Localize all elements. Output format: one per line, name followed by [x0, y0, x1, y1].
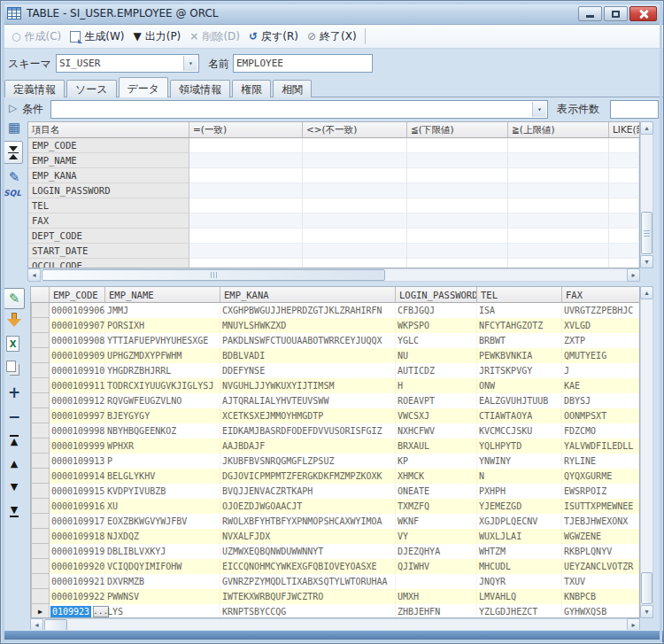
- cell-login-password[interactable]: ZHBJEHFN: [396, 604, 477, 618]
- filter-value-cell[interactable]: [189, 138, 303, 153]
- cell-emp-code[interactable]: 0000109909: [50, 348, 105, 363]
- cell-tel[interactable]: JRITSKPVGY: [477, 363, 562, 378]
- cell-emp-kana[interactable]: OJOEZDJWGOAACJT: [220, 499, 396, 514]
- cell-tel[interactable]: XGJDPLQECNV: [477, 514, 562, 529]
- cell-emp-code[interactable]: 0000109917: [50, 514, 105, 529]
- filter-value-cell[interactable]: [609, 213, 639, 229]
- cell-login-password[interactable]: WKPSPO: [396, 318, 477, 333]
- cell-emp-name[interactable]: XU: [105, 499, 220, 514]
- cell-emp-kana[interactable]: EICCQNOHMCYWKEXGFQBIOVEYOASXE: [220, 559, 396, 574]
- cell-fax[interactable]: KNBPCB: [562, 589, 639, 604]
- cell-emp-name[interactable]: JMMJ: [105, 303, 220, 318]
- minimize-button[interactable]: [578, 6, 602, 21]
- filter-value-cell[interactable]: [407, 183, 508, 198]
- cell-emp-code[interactable]: 0000109907: [50, 318, 105, 333]
- cell-emp-name[interactable]: P: [105, 454, 220, 469]
- cell-fax[interactable]: TXUV: [562, 574, 639, 589]
- row-select-button[interactable]: [31, 469, 50, 484]
- schema-select[interactable]: SI_USER ▾: [56, 54, 199, 73]
- row-select-button[interactable]: [31, 529, 50, 544]
- cell-login-password[interactable]: VWCSXJ: [396, 408, 477, 423]
- last-record-button[interactable]: ▼: [5, 506, 23, 517]
- cell-tel[interactable]: MHCUDL: [477, 559, 562, 574]
- filter-value-cell[interactable]: [508, 229, 609, 244]
- cell-emp-name[interactable]: BJEYGYGY: [105, 408, 220, 423]
- cell-emp-code[interactable]: 0000109918: [50, 529, 105, 544]
- filter-value-cell[interactable]: [508, 168, 609, 183]
- column-header-login-password[interactable]: LOGIN_PASSWORD: [396, 287, 477, 303]
- cell-emp-code[interactable]: 0000109998: [50, 423, 105, 438]
- cell-emp-code[interactable]: 0000109908: [50, 333, 105, 348]
- filter-value-cell[interactable]: [508, 183, 609, 198]
- edit-mode-button[interactable]: ✎: [4, 288, 25, 309]
- cell-tel[interactable]: NFCYTAHGZOTZ: [477, 318, 562, 333]
- cell-fax[interactable]: RYLINE: [562, 454, 639, 469]
- cell-emp-kana[interactable]: CXGHPBWGUJJHEPRDZGTJKLZRAHIRFN: [220, 303, 396, 318]
- filter-value-cell[interactable]: [609, 198, 639, 213]
- cell-login-password[interactable]: DJEZQHYA: [396, 544, 477, 559]
- current-row-marker[interactable]: ▶: [31, 604, 50, 618]
- grid-view-icon[interactable]: ▦: [5, 120, 23, 136]
- cell-login-password[interactable]: QJIWHV: [396, 559, 477, 574]
- cell-login-password[interactable]: H: [396, 378, 477, 393]
- row-select-button[interactable]: [31, 393, 50, 408]
- cell-login-password[interactable]: ROEAVPT: [396, 393, 477, 408]
- filter-value-cell[interactable]: [407, 168, 508, 183]
- run-query-icon[interactable]: ▷: [9, 102, 17, 114]
- column-header-emp-name[interactable]: EMP_NAME: [105, 287, 220, 303]
- cell-tel[interactable]: BRBWT: [477, 333, 562, 348]
- row-select-button[interactable]: [31, 589, 50, 604]
- collapse-rows-button[interactable]: [4, 141, 23, 164]
- cell-login-password[interactable]: NXHCFWV: [396, 423, 477, 438]
- exit-button[interactable]: ⊘ 終了(X): [303, 27, 361, 46]
- column-header-emp-code[interactable]: EMP_CODE: [50, 287, 105, 303]
- cell-login-password[interactable]: XHMCK: [396, 469, 477, 484]
- filter-value-cell[interactable]: [303, 168, 407, 183]
- cell-emp-name[interactable]: NBYHBQGEENKOZ: [105, 423, 220, 438]
- filter-value-cell[interactable]: [303, 229, 407, 244]
- row-select-button[interactable]: [31, 544, 50, 559]
- cell-tel[interactable]: ISA: [477, 303, 562, 318]
- filter-value-cell[interactable]: [189, 213, 303, 229]
- cell-tel[interactable]: JNQYR: [477, 574, 562, 589]
- cell-tel[interactable]: PEWKBVNKIA: [477, 348, 562, 363]
- filter-value-cell[interactable]: [609, 153, 639, 168]
- chevron-down-icon[interactable]: ▾: [532, 102, 546, 117]
- filter-scroll-left-icon[interactable]: ◂: [27, 268, 41, 282]
- cell-emp-kana[interactable]: IWTEKXWRBQUFJWCZTRO: [220, 589, 396, 604]
- cell-emp-kana[interactable]: NVXALFJDX: [220, 529, 396, 544]
- filter-value-cell[interactable]: [189, 259, 303, 268]
- sql-icon[interactable]: SQL: [4, 189, 21, 198]
- tab-privileges[interactable]: 権限: [232, 80, 271, 97]
- cell-emp-code[interactable]: 0000109911: [50, 378, 105, 393]
- delete-row-button[interactable]: −: [5, 407, 23, 425]
- cell-emp-code[interactable]: 0000109906: [50, 303, 105, 318]
- copy-button[interactable]: [6, 361, 16, 372]
- generate-button[interactable]: 生成(W): [66, 27, 128, 46]
- filter-value-cell[interactable]: [189, 244, 303, 259]
- cell-fax[interactable]: OONMPSXT: [562, 408, 639, 423]
- first-record-button[interactable]: ▲: [5, 435, 23, 446]
- filter-value-cell[interactable]: [303, 213, 407, 229]
- cell-emp-kana[interactable]: JKUBFBVSNRQGMGFLZPSUZ: [220, 454, 396, 469]
- cell-fax[interactable]: RKBPLQNYV: [562, 544, 639, 559]
- cell-emp-name[interactable]: TODRCXIYUUGVKJIGLYSJ: [105, 378, 220, 393]
- cell-emp-code[interactable]: 0000109914: [50, 469, 105, 484]
- cell-emp-code[interactable]: 0000109910: [50, 363, 105, 378]
- filter-value-cell[interactable]: [609, 138, 639, 153]
- row-select-button[interactable]: [31, 363, 50, 378]
- filter-value-cell[interactable]: [189, 168, 303, 183]
- cell-tel[interactable]: YJEMEZGD: [477, 499, 562, 514]
- cell-emp-code[interactable]: 0000109913: [50, 454, 105, 469]
- column-header-fax[interactable]: FAX: [562, 287, 639, 303]
- filter-value-cell[interactable]: [508, 213, 609, 229]
- cell-tel[interactable]: ONW: [477, 378, 562, 393]
- cell-emp-code[interactable]: 0000109916: [50, 499, 105, 514]
- cell-emp-code[interactable]: 0000109915: [50, 484, 105, 499]
- cell-tel[interactable]: PXHPH: [477, 484, 562, 499]
- row-select-button[interactable]: [31, 454, 50, 469]
- cell-tel[interactable]: YZLGDJHEZCT: [477, 604, 562, 618]
- cell-emp-code[interactable]: 0000109997: [50, 408, 105, 423]
- add-row-button[interactable]: +: [5, 384, 23, 401]
- data-scroll-down-icon[interactable]: ▾: [640, 605, 653, 618]
